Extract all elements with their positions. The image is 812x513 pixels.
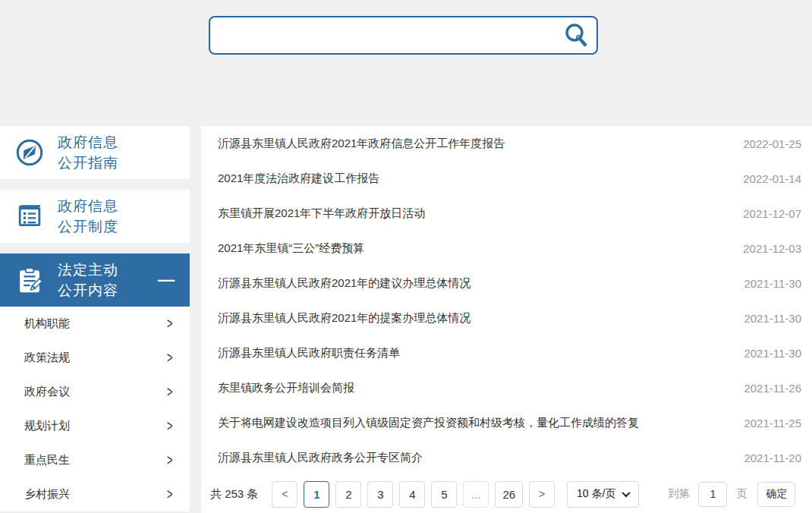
table-row: 东里镇开展2021年下半年政府开放日活动 2021-12-07: [201, 196, 812, 231]
submenu-label: 政策法规: [24, 351, 70, 365]
article-link[interactable]: 2021年度法治政府建设工作报告: [218, 172, 728, 186]
chevron-down-icon: [622, 489, 631, 497]
collapse-minus-icon: —: [158, 272, 175, 288]
sidebar-item-info-system[interactable]: 政府信息 公开制度: [0, 190, 190, 243]
sidebar-item-legal-disclosure[interactable]: 法定主动 公开内容 —: [0, 253, 190, 307]
table-row: 沂源县东里镇人民政府职责任务清单 2021-11-30: [201, 335, 812, 370]
sidebar-item-org-functions[interactable]: 机构职能 >: [0, 307, 190, 341]
sidebar-item-policies[interactable]: 政策法规 >: [0, 341, 190, 375]
chevron-right-icon: >: [167, 349, 172, 367]
compass-icon: [14, 137, 46, 168]
table-row: 2021年东里镇“三公”经费预算 2021-12-03: [201, 231, 812, 266]
table-row: 沂源县东里镇人民政府政务公开专区简介 2021-11-20: [201, 440, 812, 475]
article-date: 2021-11-25: [744, 417, 801, 430]
article-link[interactable]: 关于将电网建设改造项目列入镇级固定资产投资额和村级考核，量化工作成绩的答复: [218, 416, 729, 430]
article-link[interactable]: 沂源县东里镇人民政府职责任务清单: [218, 346, 729, 360]
sidebar-item-livelihood[interactable]: 重点民生 >: [0, 443, 190, 477]
article-link[interactable]: 东里镇政务公开培训会简报: [218, 381, 729, 395]
page-background: 政府信息 公开指南 政府信息 公开制度: [0, 0, 812, 513]
article-date: 2022-01-25: [743, 137, 801, 150]
table-row: 沂源县东里镇人民政府2021年的提案办理总体情况 2021-11-30: [201, 301, 812, 335]
chevron-right-icon: >: [167, 315, 172, 332]
jump-page-suffix-label: 页: [736, 487, 747, 501]
pagination-bar: 共 253 条 < 1 2 3 4 5 ... 26 > 10 条/页 到第 页…: [201, 475, 812, 513]
search-icon: [563, 23, 589, 49]
sidebar-item-label: 法定主动 公开内容: [58, 260, 118, 301]
next-page-button[interactable]: >: [529, 481, 555, 508]
table-row: 东里镇政务公开培训会简报 2021-11-26: [201, 370, 812, 405]
clipboard-pencil-icon: [14, 264, 46, 296]
article-date: 2021-11-26: [744, 382, 801, 395]
chevron-right-icon: >: [167, 452, 172, 469]
article-link[interactable]: 沂源县东里镇人民政府2021年的提案办理总体情况: [218, 311, 729, 326]
submenu-label: 重点民生: [24, 453, 70, 467]
sidebar-item-label: 政府信息 公开制度: [58, 196, 118, 237]
page-size-value: 10 条/页: [577, 487, 615, 501]
table-row: 关于将电网建设改造项目列入镇级固定资产投资额和村级考核，量化工作成绩的答复 20…: [201, 405, 812, 440]
submenu-label: 乡村振兴: [24, 487, 70, 502]
confirm-button[interactable]: 确定: [757, 482, 795, 507]
jump-to-label: 到第: [668, 487, 689, 501]
book-list-icon: [14, 200, 46, 232]
article-date: 2021-11-30: [744, 277, 801, 290]
page-ellipsis-button[interactable]: ...: [463, 481, 489, 508]
total-count-label: 共 253 条: [210, 487, 258, 502]
sidebar-item-gov-meetings[interactable]: 政府会议 >: [0, 375, 190, 409]
sidebar-item-planning[interactable]: 规划计划 >: [0, 409, 190, 443]
sidebar-item-rural-revitalization[interactable]: 乡村振兴 >: [0, 477, 190, 511]
submenu-label: 规划计划: [24, 419, 70, 433]
page-button-26[interactable]: 26: [495, 481, 523, 508]
article-date: 2021-11-20: [744, 452, 801, 464]
table-row: 沂源县东里镇人民政府2021年的建议办理总体情况 2021-11-30: [201, 266, 812, 301]
search-button[interactable]: [555, 17, 596, 53]
article-link[interactable]: 沂源县东里镇人民政府2021年政府信息公开工作年度报告: [218, 137, 728, 151]
jump-page-input[interactable]: [698, 482, 727, 507]
table-row: 2021年度法治政府建设工作报告 2022-01-14: [201, 161, 812, 196]
article-link[interactable]: 沂源县东里镇人民政府2021年的建议办理总体情况: [218, 276, 729, 291]
chevron-right-icon: >: [167, 486, 172, 503]
article-date: 2022-01-14: [743, 172, 801, 185]
sidebar-item-info-guide[interactable]: 政府信息 公开指南: [0, 126, 190, 179]
submenu-label: 政府会议: [24, 385, 70, 399]
table-row: 沂源县东里镇人民政府2021年政府信息公开工作年度报告 2022-01-25: [201, 126, 812, 161]
article-date: 2021-11-30: [744, 312, 801, 325]
article-link[interactable]: 东里镇开展2021年下半年政府开放日活动: [218, 206, 728, 221]
page-button-1[interactable]: 1: [304, 481, 329, 508]
sidebar-item-label: 政府信息 公开指南: [58, 132, 118, 173]
chevron-right-icon: >: [167, 383, 172, 401]
page-button-4[interactable]: 4: [399, 481, 425, 508]
article-link[interactable]: 沂源县东里镇人民政府政务公开专区简介: [218, 451, 729, 465]
chevron-right-icon: >: [167, 417, 172, 435]
prev-page-button[interactable]: <: [272, 481, 297, 508]
article-link[interactable]: 2021年东里镇“三公”经费预算: [218, 241, 728, 256]
search-bar: [209, 16, 598, 55]
page-size-select[interactable]: 10 条/页: [567, 481, 639, 508]
sidebar: 政府信息 公开指南 政府信息 公开制度: [0, 126, 190, 511]
submenu-label: 机构职能: [24, 316, 70, 331]
page-button-5[interactable]: 5: [431, 481, 457, 508]
article-date: 2021-11-30: [744, 347, 801, 360]
page-button-2[interactable]: 2: [335, 481, 361, 508]
article-date: 2021-12-03: [743, 242, 801, 255]
article-date: 2021-12-07: [743, 207, 801, 220]
search-input[interactable]: [210, 17, 555, 53]
sidebar-submenu: 机构职能 > 政策法规 > 政府会议 > 规划计划 > 重点民生 > 乡村振兴 …: [0, 307, 190, 511]
page-button-3[interactable]: 3: [367, 481, 393, 508]
article-list-panel: 沂源县东里镇人民政府2021年政府信息公开工作年度报告 2022-01-25 2…: [201, 126, 812, 513]
